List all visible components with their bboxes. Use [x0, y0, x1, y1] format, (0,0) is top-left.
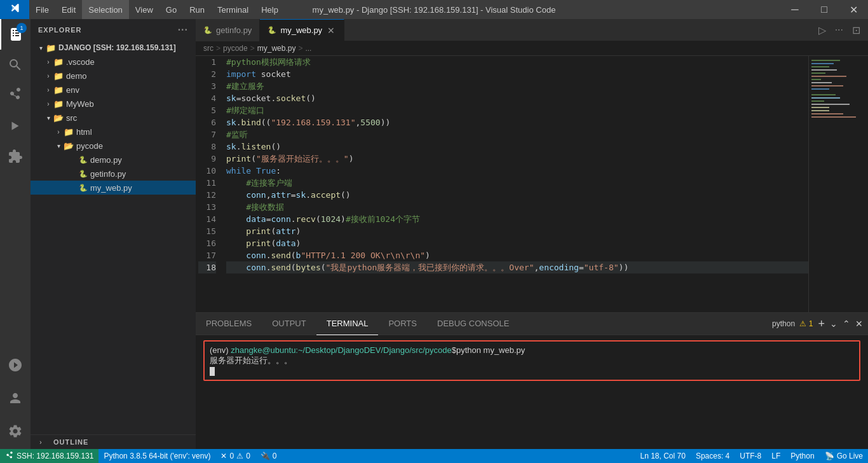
activity-extensions[interactable] [0, 141, 31, 172]
breadcrumb-src[interactable]: src [203, 44, 214, 53]
tree-item-vscode[interactable]: › 📁 .vscode [31, 55, 196, 69]
split-editor-button[interactable]: ⊡ [850, 23, 863, 38]
terminal-output-line: 服务器开始运行。。。 [210, 355, 854, 366]
python-file-icon: 🐍 [79, 156, 88, 164]
panel-tab-output[interactable]: OUTPUT [262, 313, 316, 335]
activity-run[interactable] [0, 111, 31, 141]
python-file-icon: 🐍 [79, 184, 88, 192]
menu-help[interactable]: Help [255, 0, 285, 19]
terminal-line1: (env) zhangke@ubuntu :~/Desktop/DjangoDE… [210, 345, 854, 355]
svg-rect-12 [811, 97, 840, 99]
menu-run[interactable]: Run [183, 0, 211, 19]
code-line-8: sk.listen() [226, 141, 808, 153]
status-go-live[interactable]: 📡 Go Live [820, 449, 868, 463]
tree-item-src[interactable]: ▾ 📂 src [31, 111, 196, 125]
status-eol[interactable]: LF [766, 449, 785, 463]
folder-open-icon: 📂 [64, 141, 74, 151]
chevron-right-icon: › [43, 59, 53, 66]
menu-selection[interactable]: Selection [82, 0, 128, 19]
run-button[interactable]: ▷ [816, 23, 829, 38]
editor-scrollbar[interactable] [859, 56, 868, 312]
panel-tab-debug[interactable]: DEBUG CONSOLE [427, 313, 519, 335]
status-encoding-text: UTF-8 [740, 452, 761, 460]
folder-open-icon: 📂 [53, 113, 64, 123]
activity-account[interactable] [0, 383, 31, 413]
svg-rect-10 [811, 88, 829, 90]
chevron-right-icon: › [53, 128, 64, 135]
tree-item-myweb[interactable]: › 📁 MyWeb [31, 97, 196, 111]
status-position[interactable]: Ln 18, Col 70 [635, 449, 691, 463]
code-line-9: print("服务器开始运行。。。") [226, 153, 808, 165]
maximize-button[interactable]: □ [810, 0, 839, 19]
menu-terminal[interactable]: Terminal [211, 0, 255, 19]
breadcrumb-pycode[interactable]: pycode [223, 44, 248, 53]
window-title: my_web.py - Django [SSH: 192.168.159.131… [313, 5, 556, 15]
activity-source-control[interactable] [0, 80, 31, 111]
plus-icon[interactable]: + [818, 317, 825, 331]
tab-close-button[interactable]: ✕ [326, 25, 336, 36]
panel-tab-terminal[interactable]: TERMINAL [316, 313, 379, 335]
menu-edit[interactable]: Edit [55, 0, 82, 19]
menu-file[interactable]: File [29, 0, 55, 19]
status-right: Ln 18, Col 70 Spaces: 4 UTF-8 LF Python … [635, 449, 869, 463]
tree-item-getinfopy[interactable]: › 🐍 getinfo.py [31, 167, 196, 181]
tree-root[interactable]: ▾ 📁 DJANGO [SSH: 192.168.159.131] [31, 41, 196, 55]
status-spaces[interactable]: Spaces: 4 [691, 449, 735, 463]
tree-label-demopy: demo.py [90, 155, 122, 165]
status-encoding[interactable]: UTF-8 [735, 449, 766, 463]
status-language[interactable]: Python [785, 449, 819, 463]
minimize-button[interactable]: ─ [780, 0, 810, 19]
warning-icon: ⚠ [236, 452, 243, 460]
svg-rect-2 [811, 63, 834, 64]
ln14: 14 [198, 213, 216, 225]
tree-item-pycode[interactable]: ▾ 📂 pycode [31, 139, 196, 153]
panel-tab-problems[interactable]: PROBLEMS [196, 313, 262, 335]
code-line-1: #python模拟网络请求 [226, 56, 808, 68]
status-left: Python 3.8.5 64-bit ('env': venv) ✕ 0 ⚠ … [98, 449, 281, 463]
activity-settings[interactable] [0, 416, 31, 446]
chevron-up-icon[interactable]: ⌃ [843, 319, 850, 329]
editor-area: 🐍 getinfo.py 🐍 my_web.py ✕ ▷ ··· ⊡ src >… [196, 19, 868, 449]
folder-icon: 📁 [53, 85, 64, 95]
remote-icon [5, 452, 14, 460]
status-remote[interactable]: SSH: 192.168.159.131 [0, 449, 98, 463]
chevron-down-icon[interactable]: ⌄ [830, 319, 837, 329]
terminal-border: (env) zhangke@ubuntu :~/Desktop/DjangoDE… [203, 340, 860, 381]
tab-myweb-label: my_web.py [280, 25, 322, 35]
code-content[interactable]: #python模拟网络请求 import socket #建立服务 sk=soc… [221, 56, 808, 312]
menu-view[interactable]: View [129, 0, 159, 19]
activity-remote[interactable] [0, 350, 31, 380]
status-python[interactable]: Python 3.8.5 64-bit ('env': venv) [98, 449, 215, 463]
activity-explorer[interactable]: 1 [0, 19, 31, 50]
vscode-logo [0, 0, 29, 19]
more-actions-button[interactable]: ··· [832, 23, 846, 37]
svg-rect-6 [811, 76, 846, 77]
menu-go[interactable]: Go [159, 0, 183, 19]
ln16: 16 [198, 237, 216, 249]
tree-item-demopy[interactable]: › 🐍 demo.py [31, 153, 196, 167]
status-extensions[interactable]: 🔌 0 [255, 449, 282, 463]
breadcrumb-file[interactable]: my_web.py [257, 44, 296, 53]
activity-search[interactable] [0, 50, 31, 80]
breadcrumb-symbol[interactable]: ... [305, 44, 311, 53]
tree-item-html[interactable]: › 📁 html [31, 125, 196, 139]
ln4: 4 [198, 92, 216, 104]
warning-count: 1 [809, 319, 813, 328]
tree-item-demo[interactable]: › 📁 demo [31, 69, 196, 83]
status-go-live-text: Go Live [837, 452, 863, 460]
tree-item-mywebpy[interactable]: › 🐍 my_web.py [31, 181, 196, 195]
close-button[interactable]: ✕ [839, 0, 868, 19]
close-panel-button[interactable]: ✕ [855, 319, 863, 329]
sidebar-actions[interactable]: ··· [178, 24, 188, 36]
panel-tab-ports[interactable]: PORTS [378, 313, 427, 335]
status-errors[interactable]: ✕ 0 ⚠ 0 [215, 449, 255, 463]
terminal-cursor-line [210, 366, 854, 376]
tab-myweb[interactable]: 🐍 my_web.py ✕ [260, 19, 344, 41]
tab-getinfo[interactable]: 🐍 getinfo.py [196, 19, 260, 41]
panel-tab-bar: PROBLEMS OUTPUT TERMINAL PORTS DEBUG CON… [196, 313, 868, 335]
terminal-name: python [772, 319, 795, 328]
outline-header[interactable]: › OUTLINE [31, 435, 196, 449]
tree-label-env: env [66, 85, 79, 95]
tree-label-myweb: MyWeb [66, 99, 94, 109]
tree-item-env[interactable]: › 📁 env [31, 83, 196, 97]
